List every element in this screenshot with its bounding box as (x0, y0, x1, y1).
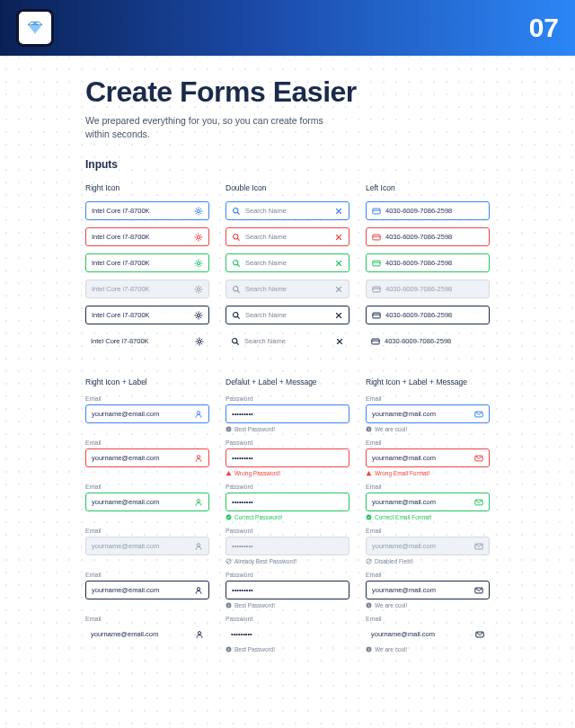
password-input[interactable]: ••••••••• (226, 581, 349, 599)
email-input[interactable]: yourname@email.com (85, 493, 209, 511)
mail-icon (474, 542, 483, 551)
password-input[interactable]: ••••••••• (226, 493, 349, 511)
field-message: Disabled Field! (366, 558, 490, 564)
page-number: 07 (529, 13, 559, 43)
user-icon (194, 454, 203, 463)
page-title: Create Forms Easier (85, 75, 490, 109)
inputs-grid-top: Right Icon Intel Core i7-8700K Intel Cor… (85, 183, 490, 358)
col-title-right-icon: Right Icon (85, 183, 209, 192)
search-input: Search Name (226, 280, 349, 298)
input-cpu[interactable]: Intel Core i7-8700K (85, 201, 209, 220)
card-input[interactable]: 4030-6009-7086-2598 (366, 227, 490, 246)
email-input: yourname@mail.com (366, 537, 490, 555)
card-input[interactable]: 4030-6009-7086-2598 (366, 332, 490, 351)
search-icon (232, 311, 241, 320)
gear-icon (194, 285, 203, 294)
inputs-grid-bottom: Right Icon + Label Email yourname@email.… (85, 377, 490, 660)
field-message: Best Password! (226, 602, 349, 608)
field-label: Email (85, 484, 209, 490)
password-input[interactable]: ••••••••• (226, 625, 349, 644)
gear-icon (195, 337, 204, 346)
card-input[interactable]: 4030-6009-7086-2598 (366, 306, 490, 324)
input-cpu[interactable]: Intel Core i7-8700K (85, 306, 209, 324)
card-input[interactable]: 4030-6009-7086-2598 (366, 201, 490, 220)
field-label: Password (226, 439, 349, 446)
card-icon (372, 233, 381, 242)
clear-icon[interactable] (334, 207, 343, 216)
password-input[interactable]: ••••••••• (226, 404, 349, 423)
user-icon (194, 542, 203, 551)
field-message: Best Password! (226, 646, 349, 653)
email-input[interactable]: yourname@email.com (85, 448, 209, 467)
input-cpu[interactable]: Intel Core i7-8700K (85, 253, 209, 272)
gear-icon (194, 311, 203, 320)
email-input[interactable]: yourname@email.com (85, 404, 209, 423)
field-label: Email (85, 439, 209, 446)
input-cpu: Intel Core i7-8700K (85, 280, 209, 298)
user-icon (194, 498, 203, 507)
user-icon (194, 586, 203, 595)
field-message: We are cool! (366, 646, 490, 653)
card-icon (371, 337, 380, 346)
col-title-righticon-label: Right Icon + Label (85, 377, 209, 386)
field-message: Correct Email Format! (366, 514, 490, 520)
field-message: Best Password! (226, 426, 349, 432)
search-input[interactable]: Search Name (226, 201, 349, 220)
search-input[interactable]: Search Name (226, 227, 349, 246)
email-input[interactable]: yourname@mail.com (366, 493, 490, 511)
card-icon (372, 311, 381, 320)
field-message: Correct Password! (226, 514, 349, 520)
clear-icon[interactable] (335, 337, 344, 346)
field-message: Wrong Email Format! (366, 470, 490, 476)
field-label: Password (226, 395, 349, 402)
search-icon (231, 337, 240, 346)
field-label: Email (85, 572, 209, 578)
clear-icon (334, 285, 343, 294)
search-input[interactable]: Search Name (226, 306, 349, 324)
search-icon (232, 207, 241, 216)
header: 07 (0, 0, 575, 56)
email-input: yourname@email.com (85, 537, 209, 555)
field-label: Password (226, 572, 349, 578)
card-input: 4030-6009-7086-2598 (366, 280, 490, 298)
input-cpu[interactable]: Intel Core i7-8700K (85, 332, 209, 351)
email-input[interactable]: yourname@email.com (85, 625, 209, 644)
search-input[interactable]: Search Name (226, 332, 349, 351)
card-icon (372, 285, 381, 294)
mail-icon (475, 630, 484, 639)
card-input[interactable]: 4030-6009-7086-2598 (366, 253, 490, 272)
col-title-default-label-msg: Defalut + Label + Message (226, 377, 349, 386)
field-message: We are cool! (366, 426, 490, 432)
page-subtitle: We prepared everything for you, so you c… (85, 114, 337, 140)
field-message: Wrong Password! (226, 470, 349, 476)
email-input[interactable]: yourname@mail.com (366, 625, 490, 644)
field-label: Password (226, 484, 349, 490)
email-input[interactable]: yourname@mail.com (366, 404, 490, 423)
field-label: Email (366, 616, 490, 622)
field-label: Email (85, 528, 209, 534)
field-label: Email (366, 395, 490, 402)
email-input[interactable]: yourname@mail.com (366, 581, 490, 599)
user-icon (195, 630, 204, 639)
mail-icon (474, 498, 483, 507)
mail-icon (474, 454, 483, 463)
field-label: Password (226, 528, 349, 534)
user-icon (194, 410, 203, 419)
col-title-double-icon: Double Icon (226, 183, 349, 192)
password-input[interactable]: ••••••••• (226, 448, 349, 467)
field-message: We are cool! (366, 602, 490, 608)
clear-icon[interactable] (334, 259, 343, 268)
mail-icon (474, 410, 483, 419)
search-input[interactable]: Search Name (226, 253, 349, 272)
search-icon (232, 285, 241, 294)
mail-icon (474, 586, 483, 595)
email-input[interactable]: yourname@mail.com (366, 448, 490, 467)
input-cpu[interactable]: Intel Core i7-8700K (85, 227, 209, 246)
logo-icon (16, 9, 54, 47)
clear-icon[interactable] (334, 311, 343, 320)
email-input[interactable]: yourname@email.com (85, 581, 209, 599)
col-title-left-icon: Left Icon (366, 183, 490, 192)
clear-icon[interactable] (334, 233, 343, 242)
field-message: Already Best Password! (226, 558, 349, 564)
gear-icon (194, 259, 203, 268)
